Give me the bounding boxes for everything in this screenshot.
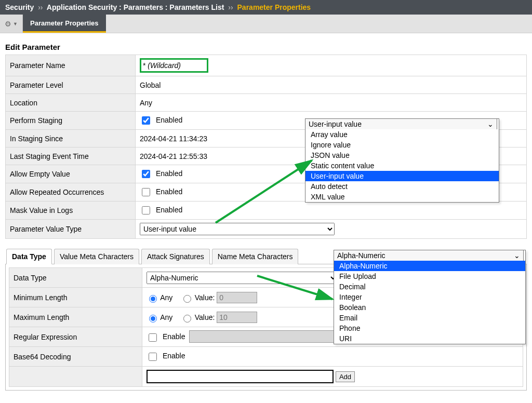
dropdown-header[interactable]: Alpha-Numeric ⌄ [334,250,524,261]
row-label: Data Type [9,268,142,288]
tab-attack-signatures[interactable]: Attack Signatures [141,249,210,264]
crumb-root[interactable]: Security [5,3,34,11]
dropdown-option[interactable]: Alpha-Numeric [334,261,525,271]
min-value-radio[interactable] [183,295,191,303]
max-value-radio[interactable] [183,315,191,323]
dropdown-option[interactable]: Ignore value [305,140,499,150]
dropdown-list: Array valueIgnore valueJSON valueStatic … [305,129,499,202]
radio-label: Any [160,313,172,321]
row-label: Location [6,94,136,112]
row-label: Perform Staging [6,112,136,130]
tab-name-meta[interactable]: Name Meta Characters [212,249,299,264]
checkbox-label: Enabled [156,187,182,196]
perform-staging-checkbox[interactable] [142,116,150,125]
row-label: Mask Value in Logs [6,202,136,220]
gear-icon: ⚙ [5,20,11,28]
row-value: Global [136,76,527,94]
dropdown-option[interactable]: URI [334,333,525,344]
row-label: In Staging Since [6,130,136,147]
row-label: Parameter Level [6,76,136,94]
max-any-radio[interactable] [149,315,157,323]
row-value: Any [136,94,527,112]
dropdown-caret-icon: ▼ [13,21,18,26]
param-value-type-select[interactable]: User-input value [140,223,335,235]
max-value-input[interactable] [217,312,257,323]
crumb-sep: ›› [38,3,43,11]
add-button[interactable]: Add [336,371,355,382]
row-label: Parameter Name [6,55,136,76]
mask-value-checkbox[interactable] [142,206,150,214]
dropdown-option[interactable]: Phone [334,323,525,333]
tab-parameter-properties[interactable]: Parameter Properties [23,15,106,33]
data-type-select[interactable]: Alpha-Numeric [147,272,338,284]
row-value: Enable [142,347,523,367]
dropdown-option[interactable]: Boolean [334,302,525,313]
dropdown-option[interactable]: File Upload [334,271,525,281]
chevron-down-icon: ⌄ [487,120,494,128]
crumb-mid[interactable]: Application Security : Parameters : Para… [47,3,224,11]
regex-input[interactable] [189,330,345,343]
row-label: Parameter Value Type [6,220,136,239]
add-value-input[interactable] [147,370,334,383]
checkbox-label: Enable [163,352,185,360]
allow-empty-checkbox[interactable] [142,170,150,178]
tab-label: Parameter Properties [30,19,99,27]
min-any-radio[interactable] [149,295,157,303]
gear-menu-button[interactable]: ⚙ ▼ [0,15,23,33]
radio-label: Value: [195,313,215,321]
row-label: Allow Empty Value [6,165,136,183]
tab-data-type[interactable]: Data Type [6,249,52,264]
param-name-highlight: * (Wildcard) [140,58,208,73]
dropdown-option[interactable]: Auto detect [305,181,499,192]
tab-value-meta[interactable]: Value Meta Characters [54,249,139,264]
dropdown-option[interactable]: Integer [334,292,525,302]
checkbox-label: Enabled [156,116,182,124]
dropdown-selected: Alpha-Numeric [337,251,385,260]
dropdown-option[interactable]: Static content value [305,160,499,171]
row-label: Minimum Length [9,288,142,307]
allow-repeated-checkbox[interactable] [142,188,150,196]
section-title: Edit Parameter [5,43,527,51]
base64-enable-checkbox[interactable] [149,353,157,361]
chevron-down-icon: ⌄ [514,251,520,260]
row-value: Enabled [136,202,527,220]
row-label: Last Staging Event Time [6,147,136,165]
dropdown-option[interactable]: Decimal [334,281,525,292]
row-label: Allow Repeated Occurrences [6,183,136,202]
row-value: Add [142,367,523,387]
checkbox-label: Enabled [156,169,182,178]
dropdown-list: Alpha-NumericFile UploadDecimalIntegerBo… [334,261,525,344]
min-value-input[interactable] [217,292,257,303]
dropdown-option[interactable]: XML value [305,192,499,202]
checkbox-label: Enabled [156,206,182,214]
breadcrumb: Security ›› Application Security : Param… [0,0,532,15]
dropdown-option[interactable]: User-input value [305,171,499,181]
dropdown-selected: User-input value [309,120,362,128]
row-value-param-name: * (Wildcard) [136,55,527,76]
radio-label: Value: [195,293,215,302]
dropdown-option[interactable]: Email [334,313,525,323]
crumb-sep: ›› [228,3,233,11]
row-label: Regular Expression [9,327,142,347]
radio-label: Any [160,293,172,302]
crumb-current: Parameter Properties [237,3,311,11]
row-label: Base64 Decoding [9,347,142,367]
data-type-dropdown-open: Alpha-Numeric ⌄ Alpha-NumericFile Upload… [334,250,526,344]
checkbox-label: Enable [163,332,185,341]
row-label: Maximum Length [9,307,142,327]
row-label [9,367,142,387]
dropdown-option[interactable]: Array value [305,129,499,140]
param-value-type-dropdown-open: User-input value ⌄ Array valueIgnore val… [305,118,499,203]
sub-toolbar: ⚙ ▼ Parameter Properties [0,15,532,33]
row-value: User-input value [136,220,527,239]
dropdown-option[interactable]: JSON value [305,150,499,160]
regex-enable-checkbox[interactable] [149,333,157,342]
dropdown-header[interactable]: User-input value ⌄ [305,118,497,130]
